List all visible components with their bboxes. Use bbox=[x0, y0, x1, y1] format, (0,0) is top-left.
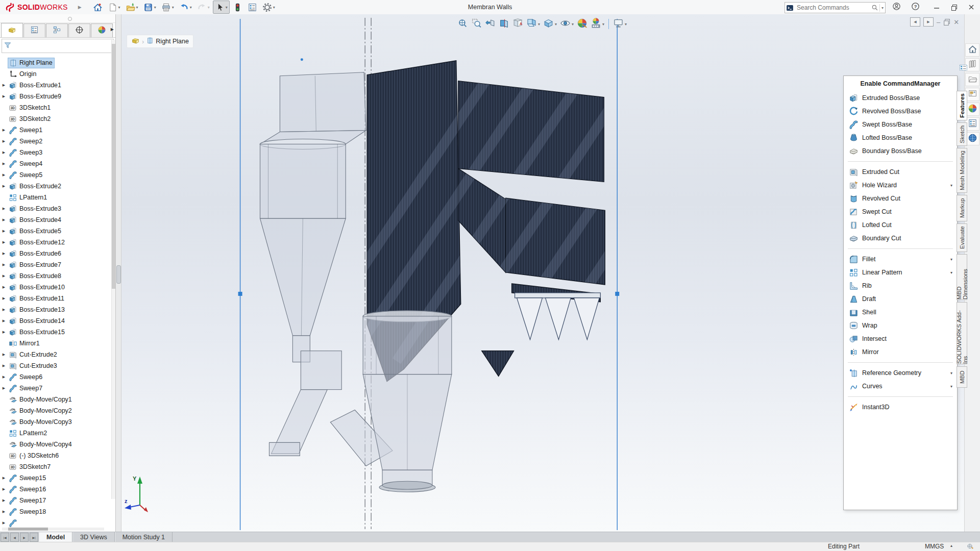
options-button[interactable]: ▾ bbox=[260, 1, 277, 14]
tree-item[interactable]: ▶Boss-Extrude15 bbox=[0, 327, 111, 338]
previous-view-button[interactable] bbox=[483, 17, 497, 31]
commandmanager-tab-sketch[interactable]: Sketch bbox=[957, 122, 967, 146]
undo-button[interactable]: ▾ bbox=[177, 1, 194, 14]
dropdown-caret-icon[interactable]: ▾ bbox=[950, 183, 952, 188]
tree-item[interactable]: 3D3DSketch1 bbox=[0, 102, 111, 113]
undo-caret-icon[interactable]: ▾ bbox=[190, 5, 192, 10]
tree-item[interactable]: 3D3DSketch7 bbox=[0, 461, 111, 472]
tree-item[interactable]: Body-Move/Copy3 bbox=[0, 416, 111, 428]
doc-restore-button[interactable] bbox=[943, 18, 950, 26]
redo-caret-icon[interactable]: ▾ bbox=[208, 5, 210, 10]
boundary-boss-base-command[interactable]: Boundary Boss/Base bbox=[844, 144, 957, 158]
units-caret-icon[interactable]: ▴ bbox=[950, 543, 952, 548]
save-button[interactable]: ▾ bbox=[141, 1, 158, 14]
status-icon[interactable] bbox=[967, 542, 974, 550]
tree-item[interactable]: ▶Boss-Extrude6 bbox=[0, 248, 111, 259]
scrollbar-thumb[interactable] bbox=[112, 44, 115, 289]
expand-arrow-icon[interactable]: ▶ bbox=[0, 240, 8, 244]
scroll-prev-button[interactable]: ◀ bbox=[10, 533, 19, 542]
revolved-cut-command[interactable]: Revolved Cut bbox=[844, 192, 957, 205]
swept-cut-command[interactable]: Swept Cut bbox=[844, 205, 957, 218]
tree-item[interactable]: Body-Move/Copy2 bbox=[0, 405, 111, 416]
expand-arrow-icon[interactable]: ▶ bbox=[0, 94, 8, 98]
home-button[interactable] bbox=[91, 1, 105, 14]
tree-item[interactable]: ▶Sweep18 bbox=[0, 506, 111, 517]
commandmanager-tab-mesh-modeling[interactable]: Mesh Modeling bbox=[957, 148, 967, 193]
task-pane-file-explorer-button[interactable] bbox=[965, 73, 979, 86]
tree-item[interactable]: ▶Boss-Extrude14 bbox=[0, 315, 111, 327]
open-caret-icon[interactable]: ▾ bbox=[136, 5, 138, 10]
boundary-cut-command[interactable]: Boundary Cut bbox=[844, 232, 957, 245]
tab-model[interactable]: Model bbox=[39, 532, 72, 542]
apply-scene-caret-icon[interactable]: ▾ bbox=[602, 22, 604, 27]
apply-scene-button[interactable]: ▾ bbox=[589, 17, 606, 31]
rib-command[interactable]: Rib bbox=[844, 279, 957, 292]
intersect-command[interactable]: Intersect bbox=[844, 332, 957, 345]
tree-item[interactable]: ▶Boss-Extrude4 bbox=[0, 214, 111, 226]
view-settings-button[interactable]: ▾ bbox=[611, 17, 628, 31]
menu-expand-arrow-icon[interactable]: ▶ bbox=[78, 5, 82, 10]
tree-item[interactable]: ▶Boss-Extrude11 bbox=[0, 293, 111, 304]
dropdown-caret-icon[interactable]: ▾ bbox=[950, 384, 952, 389]
redo-button[interactable]: ▾ bbox=[195, 1, 212, 14]
expand-arrow-icon[interactable]: ▶ bbox=[0, 319, 8, 323]
save-caret-icon[interactable]: ▾ bbox=[154, 5, 156, 10]
tab-motion-study-1[interactable]: Motion Study 1 bbox=[115, 532, 173, 542]
tree-item[interactable]: ▶Boss-Extrude7 bbox=[0, 259, 111, 270]
section-view-button[interactable] bbox=[497, 17, 511, 31]
panel-flyout-arrow-icon[interactable]: ▶ bbox=[111, 27, 114, 32]
tree-item[interactable]: ▶ bbox=[0, 517, 111, 529]
expand-arrow-icon[interactable]: ▶ bbox=[0, 296, 8, 300]
tree-item[interactable]: ▶Boss-Extrude5 bbox=[0, 226, 111, 237]
tree-item[interactable]: ▶Boss-Extrude13 bbox=[0, 304, 111, 315]
hide-show-items-button[interactable]: ▾ bbox=[558, 17, 575, 31]
expand-arrow-icon[interactable]: ▶ bbox=[0, 162, 8, 166]
reference-geometry-command[interactable]: Reference Geometry▾ bbox=[844, 366, 957, 380]
zoom-to-fit-button[interactable] bbox=[456, 17, 470, 31]
view-orientation-button[interactable]: ▾ bbox=[525, 17, 542, 31]
scrollbar-thumb[interactable] bbox=[8, 528, 48, 531]
dropdown-caret-icon[interactable]: ▾ bbox=[950, 371, 952, 375]
tree-item[interactable]: ▶Sweep15 bbox=[0, 472, 111, 484]
tree-item[interactable]: ▶Boss-Extrude1 bbox=[0, 80, 111, 91]
options-caret-icon[interactable]: ▾ bbox=[273, 5, 275, 10]
plane-handle[interactable] bbox=[615, 292, 619, 296]
scroll-first-button[interactable]: |◀ bbox=[1, 533, 9, 542]
fillet-command[interactable]: Fillet▾ bbox=[844, 253, 957, 266]
new-document-button[interactable]: ▾ bbox=[106, 1, 122, 14]
tree-horizontal-scrollbar[interactable] bbox=[2, 528, 104, 531]
expand-arrow-icon[interactable]: ▶ bbox=[0, 521, 8, 525]
tree-item[interactable]: ▶Sweep3 bbox=[0, 147, 111, 158]
restore-button[interactable] bbox=[945, 0, 963, 14]
expand-arrow-icon[interactable]: ▶ bbox=[0, 207, 8, 211]
tree-item[interactable]: ▶Sweep4 bbox=[0, 158, 111, 169]
tree-item[interactable]: ▶Boss-Extrude12 bbox=[0, 237, 111, 248]
lofted-boss-base-command[interactable]: Lofted Boss/Base bbox=[844, 131, 957, 144]
tree-item[interactable]: ▶Sweep1 bbox=[0, 124, 111, 136]
revolved-boss-base-command[interactable]: Revolved Boss/Base bbox=[844, 105, 957, 118]
tree-item[interactable]: Mirror1 bbox=[0, 338, 111, 349]
task-pane-view-palette-button[interactable] bbox=[965, 88, 979, 101]
tab-dimxpertmanager[interactable] bbox=[68, 23, 90, 37]
tree-item[interactable]: Body-Move/Copy1 bbox=[0, 394, 111, 405]
tree-item[interactable]: ▶Sweep2 bbox=[0, 136, 111, 147]
expand-arrow-icon[interactable]: ▶ bbox=[0, 330, 8, 334]
expand-arrow-icon[interactable]: ▶ bbox=[0, 139, 8, 143]
tree-vertical-scrollbar[interactable] bbox=[111, 40, 115, 499]
scroll-last-button[interactable]: ▶| bbox=[30, 533, 38, 542]
tree-item[interactable]: 3D(-) 3DSketch6 bbox=[0, 450, 111, 461]
tab-featuremanager-tree[interactable] bbox=[1, 23, 23, 37]
tree-filter[interactable] bbox=[2, 39, 114, 53]
expand-arrow-icon[interactable]: ▶ bbox=[0, 308, 8, 312]
tree-item[interactable]: ▶Sweep6 bbox=[0, 371, 111, 383]
expand-arrow-icon[interactable]: ▶ bbox=[0, 487, 8, 491]
search-input[interactable] bbox=[796, 4, 871, 12]
select-button[interactable]: ▾ bbox=[213, 1, 230, 14]
task-pane-solidworks-resources-button[interactable] bbox=[965, 132, 979, 145]
tree-item[interactable]: ▶Sweep5 bbox=[0, 169, 111, 181]
commandmanager-tab-markup[interactable]: Markup bbox=[957, 195, 967, 221]
display-style-caret-icon[interactable]: ▾ bbox=[555, 22, 557, 27]
draft-command[interactable]: Draft bbox=[844, 292, 957, 306]
expand-arrow-icon[interactable]: ▶ bbox=[0, 252, 8, 256]
doc-minimize-button[interactable]: – bbox=[937, 18, 940, 26]
